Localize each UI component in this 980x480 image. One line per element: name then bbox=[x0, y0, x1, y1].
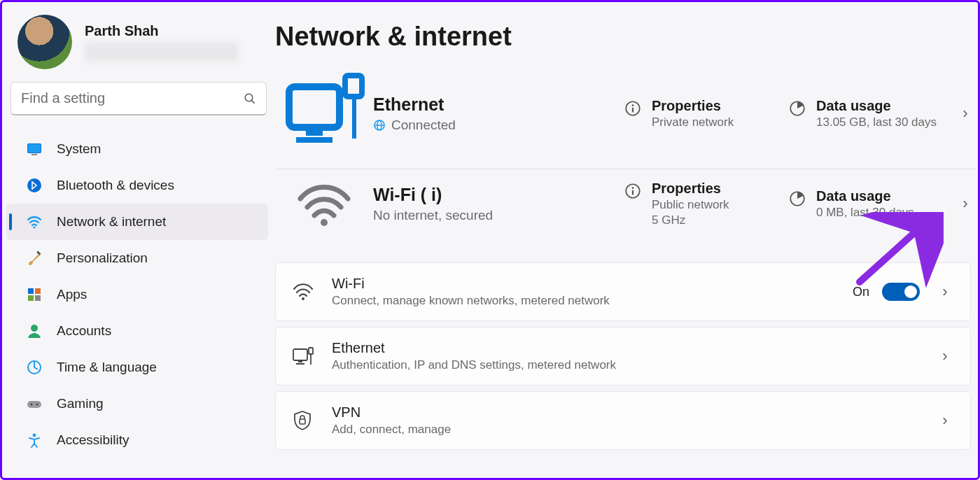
connection-wifi: Wi-Fi ( i) No internet, secured Properti… bbox=[275, 169, 978, 241]
svg-rect-20 bbox=[296, 137, 332, 143]
sidebar-item-time-language[interactable]: Time & language bbox=[6, 349, 268, 386]
sidebar-item-network[interactable]: Network & internet bbox=[6, 204, 268, 240]
avatar bbox=[18, 15, 72, 69]
data-usage-label: Data usage bbox=[816, 98, 937, 114]
setting-ethernet[interactable]: Ethernet Authentication, IP and DNS sett… bbox=[275, 327, 971, 386]
search-icon bbox=[244, 92, 256, 105]
sidebar-item-accessibility[interactable]: Accessibility bbox=[6, 422, 268, 458]
svg-rect-10 bbox=[28, 295, 34, 301]
chevron-right-icon[interactable]: › bbox=[932, 347, 958, 365]
accessibility-icon bbox=[26, 432, 43, 449]
svg-rect-9 bbox=[35, 288, 41, 294]
chevron-right-icon[interactable]: › bbox=[953, 195, 978, 213]
svg-rect-14 bbox=[27, 401, 41, 408]
svg-rect-33 bbox=[632, 190, 634, 195]
sidebar-item-label: Gaming bbox=[57, 396, 104, 411]
bluetooth-icon bbox=[26, 177, 43, 194]
properties-detail: Public network bbox=[652, 198, 729, 212]
connection-status: Connected bbox=[391, 118, 456, 133]
svg-point-0 bbox=[245, 94, 253, 101]
svg-point-27 bbox=[632, 104, 634, 106]
sidebar-item-label: Apps bbox=[57, 287, 87, 302]
svg-rect-36 bbox=[293, 349, 307, 360]
globe-icon bbox=[373, 119, 386, 132]
properties-link[interactable]: Properties Private network bbox=[624, 98, 788, 129]
sidebar: Parth Shah System Bluetooth & devices Ne… bbox=[2, 2, 275, 478]
setting-wifi[interactable]: Wi-Fi Connect, manage known networks, me… bbox=[275, 262, 971, 321]
ethernet-small-icon bbox=[293, 347, 332, 365]
data-usage-link[interactable]: Data usage 0 MB, last 30 days bbox=[788, 188, 953, 220]
svg-point-32 bbox=[632, 187, 634, 189]
data-usage-label: Data usage bbox=[816, 188, 914, 204]
svg-rect-19 bbox=[306, 130, 323, 136]
nav-list: System Bluetooth & devices Network & int… bbox=[2, 124, 275, 458]
setting-desc: Add, connect, manage bbox=[332, 423, 932, 437]
sidebar-item-system[interactable]: System bbox=[6, 131, 268, 167]
properties-detail2: 5 GHz bbox=[652, 213, 729, 227]
svg-rect-4 bbox=[31, 154, 37, 155]
sidebar-item-label: Time & language bbox=[57, 360, 157, 375]
svg-rect-41 bbox=[300, 419, 305, 424]
profile-area[interactable]: Parth Shah bbox=[2, 15, 275, 78]
sidebar-item-apps[interactable]: Apps bbox=[6, 276, 268, 313]
svg-point-12 bbox=[31, 325, 38, 332]
settings-list: Wi-Fi Connect, manage known networks, me… bbox=[275, 262, 978, 450]
main-content: Network & internet Ethernet Connected bbox=[275, 2, 978, 478]
toggle-label: On bbox=[853, 285, 869, 299]
search-text[interactable] bbox=[21, 90, 244, 106]
connection-name: Ethernet bbox=[373, 94, 624, 115]
setting-title: VPN bbox=[332, 404, 932, 421]
connection-name: Wi-Fi ( i) bbox=[373, 185, 624, 205]
sidebar-item-personalization[interactable]: Personalization bbox=[6, 240, 268, 276]
page-title: Network & internet bbox=[275, 22, 978, 62]
properties-label: Properties bbox=[652, 181, 729, 197]
svg-point-5 bbox=[27, 178, 41, 192]
sidebar-item-gaming[interactable]: Gaming bbox=[6, 386, 268, 422]
properties-label: Properties bbox=[652, 98, 734, 114]
svg-rect-11 bbox=[35, 295, 41, 301]
svg-rect-22 bbox=[352, 97, 356, 139]
svg-rect-38 bbox=[296, 363, 304, 365]
wifi-large-icon bbox=[275, 179, 373, 228]
system-icon bbox=[26, 141, 43, 157]
chevron-right-icon[interactable]: › bbox=[953, 104, 978, 122]
wifi-small-icon bbox=[293, 283, 332, 301]
svg-point-15 bbox=[31, 404, 33, 406]
search-input[interactable] bbox=[10, 82, 267, 115]
wifi-icon bbox=[26, 213, 43, 230]
connection-status: No internet, secured bbox=[373, 208, 493, 223]
properties-link[interactable]: Properties Public network 5 GHz bbox=[624, 181, 788, 227]
accounts-icon bbox=[26, 323, 43, 339]
profile-name: Parth Shah bbox=[85, 23, 239, 39]
wifi-toggle[interactable] bbox=[882, 283, 920, 301]
svg-line-1 bbox=[251, 100, 255, 104]
chevron-right-icon[interactable]: › bbox=[932, 411, 958, 430]
data-usage-icon bbox=[788, 99, 806, 118]
svg-point-6 bbox=[33, 226, 35, 228]
gaming-icon bbox=[26, 395, 43, 412]
chevron-right-icon[interactable]: › bbox=[932, 283, 958, 301]
data-usage-icon bbox=[788, 190, 806, 208]
brush-icon bbox=[26, 250, 43, 267]
sidebar-item-label: Network & internet bbox=[57, 214, 166, 230]
properties-detail: Private network bbox=[652, 115, 734, 129]
setting-title: Wi-Fi bbox=[332, 276, 853, 292]
svg-point-30 bbox=[321, 219, 328, 226]
info-icon bbox=[624, 99, 642, 118]
sidebar-item-bluetooth[interactable]: Bluetooth & devices bbox=[6, 167, 268, 204]
info-icon bbox=[624, 182, 642, 200]
setting-vpn[interactable]: VPN Add, connect, manage › bbox=[275, 391, 971, 450]
svg-rect-18 bbox=[289, 87, 340, 127]
sidebar-item-label: Personalization bbox=[57, 250, 148, 266]
ethernet-icon bbox=[275, 71, 373, 155]
svg-rect-8 bbox=[28, 288, 34, 294]
svg-rect-21 bbox=[345, 76, 362, 97]
svg-point-17 bbox=[33, 434, 36, 437]
sidebar-item-accounts[interactable]: Accounts bbox=[6, 313, 268, 349]
svg-rect-3 bbox=[28, 144, 41, 153]
data-usage-link[interactable]: Data usage 13.05 GB, last 30 days bbox=[788, 98, 953, 129]
svg-rect-37 bbox=[298, 361, 302, 362]
sidebar-item-label: Accessibility bbox=[57, 432, 129, 448]
globe-clock-icon bbox=[26, 359, 43, 376]
vpn-shield-icon bbox=[293, 410, 332, 431]
